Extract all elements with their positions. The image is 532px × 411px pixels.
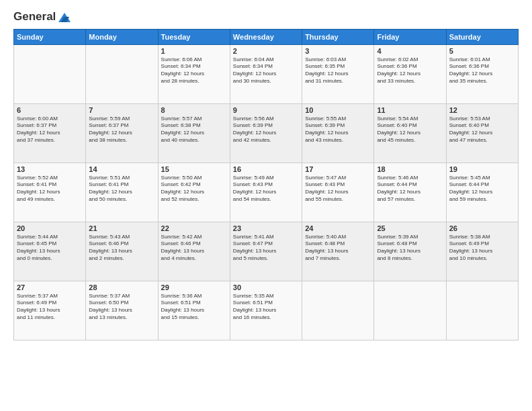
day-number: 23	[233, 224, 299, 232]
day-info: Sunrise: 5:41 AM Sunset: 6:47 PM Dayligh…	[233, 234, 299, 263]
day-number: 29	[161, 283, 227, 291]
weekday-header-friday: Friday	[374, 29, 446, 44]
day-info: Sunrise: 5:55 AM Sunset: 6:39 PM Dayligh…	[305, 116, 371, 144]
day-number: 26	[449, 224, 515, 232]
calendar-cell	[14, 44, 86, 103]
calendar-cell: 3Sunrise: 6:03 AM Sunset: 6:35 PM Daylig…	[302, 44, 374, 103]
calendar-table: SundayMondayTuesdayWednesdayThursdayFrid…	[13, 29, 519, 340]
calendar-week-5: 27Sunrise: 5:37 AM Sunset: 6:49 PM Dayli…	[14, 281, 519, 340]
day-number: 27	[17, 283, 83, 291]
calendar-cell: 24Sunrise: 5:40 AM Sunset: 6:48 PM Dayli…	[302, 222, 374, 281]
calendar-cell: 29Sunrise: 5:36 AM Sunset: 6:51 PM Dayli…	[158, 281, 230, 340]
weekday-header-row: SundayMondayTuesdayWednesdayThursdayFrid…	[14, 29, 519, 44]
day-number: 22	[161, 224, 227, 232]
day-number: 14	[89, 165, 154, 173]
weekday-header-monday: Monday	[86, 29, 158, 44]
calendar-cell: 14Sunrise: 5:51 AM Sunset: 6:41 PM Dayli…	[86, 163, 158, 222]
day-number: 19	[449, 165, 515, 173]
calendar-week-1: 1Sunrise: 6:06 AM Sunset: 6:34 PM Daylig…	[14, 44, 519, 103]
day-info: Sunrise: 5:37 AM Sunset: 6:50 PM Dayligh…	[89, 293, 154, 322]
day-info: Sunrise: 5:38 AM Sunset: 6:49 PM Dayligh…	[449, 234, 515, 263]
day-info: Sunrise: 5:39 AM Sunset: 6:48 PM Dayligh…	[377, 234, 443, 263]
calendar-cell: 18Sunrise: 5:46 AM Sunset: 6:44 PM Dayli…	[374, 163, 446, 222]
calendar-cell: 25Sunrise: 5:39 AM Sunset: 6:48 PM Dayli…	[374, 222, 446, 281]
page: General SundayMondayTuesdayWednesdayThur…	[0, 0, 532, 411]
logo: General	[13, 11, 72, 22]
calendar-cell: 2Sunrise: 6:04 AM Sunset: 6:34 PM Daylig…	[230, 44, 302, 103]
day-number: 13	[17, 165, 83, 173]
logo-general: General	[13, 11, 72, 24]
day-number: 4	[377, 47, 443, 55]
calendar-cell: 27Sunrise: 5:37 AM Sunset: 6:49 PM Dayli…	[14, 281, 86, 340]
day-info: Sunrise: 6:00 AM Sunset: 6:37 PM Dayligh…	[17, 116, 83, 144]
day-info: Sunrise: 6:06 AM Sunset: 6:34 PM Dayligh…	[161, 56, 227, 85]
calendar-cell: 6Sunrise: 6:00 AM Sunset: 6:37 PM Daylig…	[14, 103, 86, 163]
day-number: 24	[305, 224, 371, 232]
calendar-cell: 15Sunrise: 5:50 AM Sunset: 6:42 PM Dayli…	[158, 163, 230, 222]
day-info: Sunrise: 5:46 AM Sunset: 6:44 PM Dayligh…	[377, 175, 443, 203]
day-number: 12	[449, 106, 515, 114]
day-number: 20	[17, 224, 83, 232]
calendar-cell: 10Sunrise: 5:55 AM Sunset: 6:39 PM Dayli…	[302, 103, 374, 163]
day-number: 17	[305, 165, 371, 173]
day-number: 7	[89, 106, 154, 114]
calendar-week-3: 13Sunrise: 5:52 AM Sunset: 6:41 PM Dayli…	[14, 163, 519, 222]
weekday-header-tuesday: Tuesday	[158, 29, 230, 44]
calendar-cell: 28Sunrise: 5:37 AM Sunset: 6:50 PM Dayli…	[86, 281, 158, 340]
weekday-header-saturday: Saturday	[446, 29, 518, 44]
day-info: Sunrise: 5:45 AM Sunset: 6:44 PM Dayligh…	[449, 175, 515, 203]
day-number: 18	[377, 165, 443, 173]
calendar-cell: 23Sunrise: 5:41 AM Sunset: 6:47 PM Dayli…	[230, 222, 302, 281]
calendar-cell: 9Sunrise: 5:56 AM Sunset: 6:39 PM Daylig…	[230, 103, 302, 163]
day-info: Sunrise: 5:52 AM Sunset: 6:41 PM Dayligh…	[17, 175, 83, 203]
day-info: Sunrise: 5:35 AM Sunset: 6:51 PM Dayligh…	[233, 293, 299, 322]
day-number: 10	[305, 106, 371, 114]
day-number: 11	[377, 106, 443, 114]
calendar-cell: 20Sunrise: 5:44 AM Sunset: 6:45 PM Dayli…	[14, 222, 86, 281]
day-number: 5	[449, 47, 515, 55]
day-info: Sunrise: 5:40 AM Sunset: 6:48 PM Dayligh…	[305, 234, 371, 263]
day-number: 16	[233, 165, 299, 173]
logo-icon	[57, 11, 72, 24]
calendar-cell: 17Sunrise: 5:47 AM Sunset: 6:43 PM Dayli…	[302, 163, 374, 222]
calendar-cell: 19Sunrise: 5:45 AM Sunset: 6:44 PM Dayli…	[446, 163, 518, 222]
calendar-cell: 30Sunrise: 5:35 AM Sunset: 6:51 PM Dayli…	[230, 281, 302, 340]
calendar-cell: 5Sunrise: 6:01 AM Sunset: 6:36 PM Daylig…	[446, 44, 518, 103]
day-info: Sunrise: 5:44 AM Sunset: 6:45 PM Dayligh…	[17, 234, 83, 263]
day-number: 21	[89, 224, 154, 232]
day-number: 25	[377, 224, 443, 232]
calendar-cell: 26Sunrise: 5:38 AM Sunset: 6:49 PM Dayli…	[446, 222, 518, 281]
day-number: 15	[161, 165, 227, 173]
calendar-cell: 22Sunrise: 5:42 AM Sunset: 6:46 PM Dayli…	[158, 222, 230, 281]
day-number: 6	[17, 106, 83, 114]
day-number: 2	[233, 47, 299, 55]
calendar-cell: 13Sunrise: 5:52 AM Sunset: 6:41 PM Dayli…	[14, 163, 86, 222]
calendar-cell: 1Sunrise: 6:06 AM Sunset: 6:34 PM Daylig…	[158, 44, 230, 103]
day-info: Sunrise: 5:50 AM Sunset: 6:42 PM Dayligh…	[161, 175, 227, 203]
day-info: Sunrise: 5:36 AM Sunset: 6:51 PM Dayligh…	[161, 293, 227, 322]
calendar-cell: 12Sunrise: 5:53 AM Sunset: 6:40 PM Dayli…	[446, 103, 518, 163]
day-number: 3	[305, 47, 371, 55]
day-number: 1	[161, 47, 227, 55]
day-info: Sunrise: 6:04 AM Sunset: 6:34 PM Dayligh…	[233, 56, 299, 85]
calendar-cell: 7Sunrise: 5:59 AM Sunset: 6:37 PM Daylig…	[86, 103, 158, 163]
calendar-cell: 16Sunrise: 5:49 AM Sunset: 6:43 PM Dayli…	[230, 163, 302, 222]
weekday-header-sunday: Sunday	[14, 29, 86, 44]
calendar-cell: 11Sunrise: 5:54 AM Sunset: 6:40 PM Dayli…	[374, 103, 446, 163]
day-info: Sunrise: 5:42 AM Sunset: 6:46 PM Dayligh…	[161, 234, 227, 263]
day-info: Sunrise: 5:49 AM Sunset: 6:43 PM Dayligh…	[233, 175, 299, 203]
calendar-cell	[374, 281, 446, 340]
day-number: 30	[233, 283, 299, 291]
day-number: 9	[233, 106, 299, 114]
day-info: Sunrise: 5:43 AM Sunset: 6:46 PM Dayligh…	[89, 234, 154, 263]
calendar-cell	[86, 44, 158, 103]
day-number: 28	[89, 283, 154, 291]
day-info: Sunrise: 5:59 AM Sunset: 6:37 PM Dayligh…	[89, 116, 154, 144]
weekday-header-thursday: Thursday	[302, 29, 374, 44]
calendar-cell	[446, 281, 518, 340]
day-number: 8	[161, 106, 227, 114]
day-info: Sunrise: 5:57 AM Sunset: 6:38 PM Dayligh…	[161, 116, 227, 144]
calendar-week-4: 20Sunrise: 5:44 AM Sunset: 6:45 PM Dayli…	[14, 222, 519, 281]
calendar-cell: 8Sunrise: 5:57 AM Sunset: 6:38 PM Daylig…	[158, 103, 230, 163]
day-info: Sunrise: 6:02 AM Sunset: 6:36 PM Dayligh…	[377, 56, 443, 85]
